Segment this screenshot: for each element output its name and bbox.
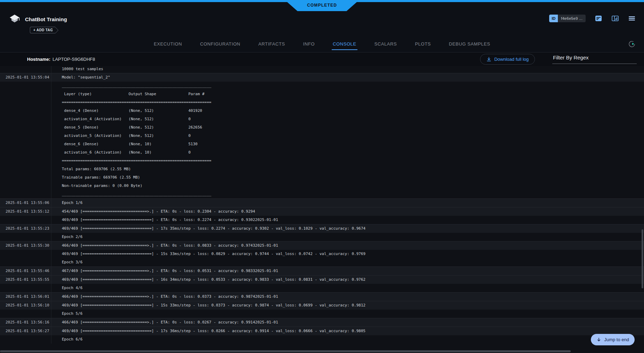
log-line: 469/469 [==============================]…: [51, 216, 644, 224]
log-line: 469/469 [==============================]…: [51, 224, 644, 233]
hostname-label: Hostname:: [27, 57, 50, 62]
log-line: activation_4 (Activation) (None, 512) 0: [51, 115, 644, 123]
details-panel-icon[interactable]: [595, 15, 602, 22]
log-line: Non-trainable params: 0 (0.00 Byte): [51, 182, 644, 190]
log-line: 469/469 [==============================]…: [51, 276, 644, 284]
log-line: Total params: 669706 (2.55 MB): [51, 165, 644, 173]
log-line: ========================================…: [51, 98, 644, 107]
log-line: 466/469 [============================>.]…: [51, 293, 644, 301]
log-line: Epoch 6/6: [51, 335, 644, 344]
id-value: f4e6e5e9 ...: [558, 15, 586, 22]
app-window: COMPLETED ChatBot Training + ADD TAG ID …: [0, 0, 644, 353]
log-line: ________________________________________…: [51, 190, 644, 198]
log-line: ========================================…: [51, 157, 644, 165]
download-full-log-button[interactable]: Download full log: [480, 54, 535, 65]
tag-point-shape: [52, 27, 58, 33]
tab-artifacts[interactable]: ARTIFACTS: [257, 38, 286, 50]
header-actions: ID f4e6e5e9 ...: [549, 15, 636, 22]
log-timestamp: [0, 335, 51, 344]
add-tag-button[interactable]: + ADD TAG: [30, 27, 55, 33]
log-line: Epoch 3/6: [51, 258, 644, 266]
log-entry: 2025-01-01 13:55:30466/469 [============…: [0, 241, 644, 266]
log-entry: 2025-01-01 13:55:46467/469 [============…: [0, 266, 644, 275]
log-row: 2025-01-01 13:55:23469/469 [============…: [0, 224, 644, 233]
log-timestamp: [0, 173, 51, 182]
log-timestamp: [0, 132, 51, 140]
tab-console[interactable]: CONSOLE: [332, 38, 357, 50]
log-row: activation_6 (Activation) (None, 10) 0: [0, 148, 644, 157]
log-row: activation_5 (Activation) (None, 512) 0: [0, 132, 644, 140]
log-entry: 2025-01-01 13:55:06Epoch 1/6: [0, 198, 644, 207]
auto-refresh-icon[interactable]: [628, 40, 636, 48]
log-timestamp: [0, 90, 51, 98]
log-line: activation_5 (Activation) (None, 512) 0: [51, 132, 644, 140]
log-row: 2025-01-01 13:56:27469/469 [============…: [0, 327, 644, 335]
log-line: 469/469 [==============================]…: [51, 301, 644, 310]
hostname: Hostname:LAPTOP-S9G6DHF8: [27, 57, 95, 62]
horizontal-scrollbar[interactable]: [0, 350, 571, 352]
log-line: Epoch 4/6: [51, 284, 644, 292]
log-timestamp: [0, 66, 51, 73]
log-entry: 2025-01-01 13:55:12454/469 [============…: [0, 207, 644, 224]
log-row: Epoch 5/6: [0, 310, 644, 318]
menu-icon[interactable]: [628, 15, 636, 22]
log-line: 466/469 [============================>.]…: [51, 241, 644, 250]
log-row: activation_4 (Activation) (None, 512) 0: [0, 115, 644, 123]
log-timestamp: 2025-01-01 13:55:55: [0, 276, 51, 284]
id-badge[interactable]: ID f4e6e5e9 ...: [549, 15, 586, 22]
download-icon: [486, 57, 492, 62]
page-title: ChatBot Training: [25, 16, 67, 22]
log-entry: 2025-01-01 13:56:10469/469 [============…: [0, 301, 644, 318]
log-entry: 2025-01-01 13:55:04Model: "sequential_2"…: [0, 73, 644, 198]
tab-debug-samples[interactable]: DEBUG SAMPLES: [448, 38, 491, 50]
log-row: Trainable params: 669706 (2.55 MB): [0, 173, 644, 182]
log-timestamp: 2025-01-01 13:56:27: [0, 327, 51, 335]
log-timestamp: [0, 250, 51, 258]
tab-configuration[interactable]: CONFIGURATION: [199, 38, 241, 50]
log-line: ________________________________________…: [51, 82, 644, 90]
tab-scalars[interactable]: SCALARS: [373, 38, 398, 50]
id-label: ID: [549, 15, 558, 22]
log-timestamp: [0, 107, 51, 115]
log-timestamp: 2025-01-01 13:55:46: [0, 267, 51, 275]
log-row: 469/469 [==============================]…: [0, 216, 644, 224]
log-line: 10000 test samples: [51, 66, 644, 73]
compare-panel-icon[interactable]: [611, 15, 619, 22]
log-row: ________________________________________…: [0, 82, 644, 90]
download-label: Download full log: [494, 57, 529, 62]
log-timestamp: 2025-01-01 13:55:04: [0, 73, 51, 82]
log-timestamp: 2025-01-01 13:56:01: [0, 293, 51, 301]
jump-to-end-button[interactable]: Jump to end: [591, 334, 635, 345]
log-row: 2025-01-01 13:55:46467/469 [============…: [0, 267, 644, 275]
log-line: Epoch 5/6: [51, 310, 644, 318]
log-timestamp: [0, 258, 51, 266]
log-timestamp: [0, 148, 51, 157]
tab-execution[interactable]: EXECUTION: [153, 38, 183, 50]
log-timestamp: [0, 182, 51, 190]
log-timestamp: [0, 140, 51, 148]
log-timestamp: [0, 165, 51, 173]
log-timestamp: [0, 190, 51, 198]
log-timestamp: [0, 82, 51, 90]
log-line: Layer (type) Output Shape Param #: [51, 90, 644, 98]
console-log: 10000 test samples2025-01-01 13:55:04Mod…: [0, 66, 644, 353]
log-entry: 2025-01-01 13:55:23469/469 [============…: [0, 224, 644, 241]
hostname-value: LAPTOP-S9G6DHF8: [52, 57, 95, 62]
tab-bar: EXECUTIONCONFIGURATIONARTIFACTSINFOCONSO…: [0, 36, 644, 52]
log-timestamp: [0, 284, 51, 292]
log-line: dense_6 (Dense) (None, 10) 5130: [51, 140, 644, 148]
vertical-scrollbar[interactable]: [642, 229, 643, 288]
log-row: Total params: 669706 (2.55 MB): [0, 165, 644, 173]
log-row: ========================================…: [0, 98, 644, 107]
tab-info[interactable]: INFO: [302, 38, 316, 50]
log-line: Model: "sequential_2": [51, 73, 644, 82]
console-toolbar: Hostname:LAPTOP-S9G6DHF8 Download full l…: [0, 52, 644, 66]
log-timestamp: 2025-01-01 13:56:16: [0, 318, 51, 327]
log-row: 2025-01-01 13:55:55469/469 [============…: [0, 276, 644, 284]
log-timestamp: [0, 157, 51, 165]
filter-regex-input[interactable]: [552, 55, 637, 64]
log-timestamp: [0, 98, 51, 107]
log-entry: 2025-01-01 13:56:27469/469 [============…: [0, 327, 644, 344]
log-timestamp: 2025-01-01 13:55:23: [0, 224, 51, 233]
tab-plots[interactable]: PLOTS: [414, 38, 432, 50]
